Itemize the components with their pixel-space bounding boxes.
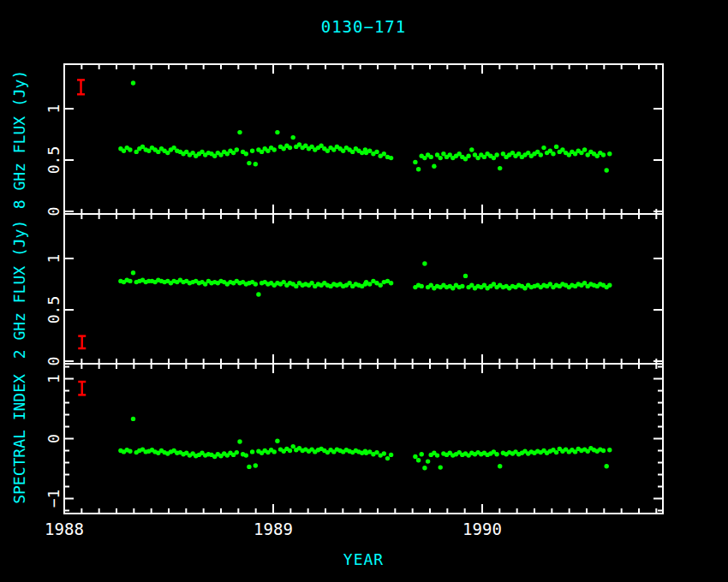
errorbar-indicator-icon (77, 80, 85, 94)
y-tick-label: 1 (45, 254, 63, 264)
errorbar-indicator-icon (78, 382, 86, 395)
errorbar-indicator-icon (78, 336, 86, 348)
x-tick-label: 1990 (462, 520, 502, 538)
y-tick-label: 1 (45, 104, 63, 114)
y-tick-label: −1 (45, 490, 63, 508)
panel-flux2: 00.51 (45, 214, 663, 365)
y-tick-label: 0 (45, 434, 63, 443)
panel-data-points (118, 417, 612, 471)
y-tick-label: 0 (45, 357, 63, 366)
x-axis-title: YEAR (64, 550, 663, 568)
x-tick-label: 1989 (254, 520, 293, 538)
y-tick-label: 0.5 (45, 296, 63, 324)
panel-ticks (64, 64, 663, 214)
panel-spindex: −101 (45, 364, 663, 514)
panel-ticks (64, 364, 663, 514)
x-tick-label: 1988 (45, 520, 84, 538)
plot-canvas: 00.5100.51−101198819891990 (0, 0, 728, 582)
panel-data-points (118, 80, 612, 172)
y-tick-label: 0.5 (45, 146, 63, 175)
panel-ticks (64, 214, 663, 364)
plot-window: 0130−171 8 GHz FLUX (Jy) 2 GHz FLUX (Jy)… (0, 0, 728, 582)
panel-flux8: 00.51 (45, 64, 663, 216)
y-tick-label: 0 (45, 207, 63, 217)
panel-data-points (118, 261, 612, 296)
x-tick-labels: 198819891990 (45, 520, 502, 538)
panel-border (64, 214, 663, 364)
panel-border (64, 364, 663, 514)
y-tick-label: 1 (45, 374, 63, 383)
panel-border (64, 64, 663, 214)
